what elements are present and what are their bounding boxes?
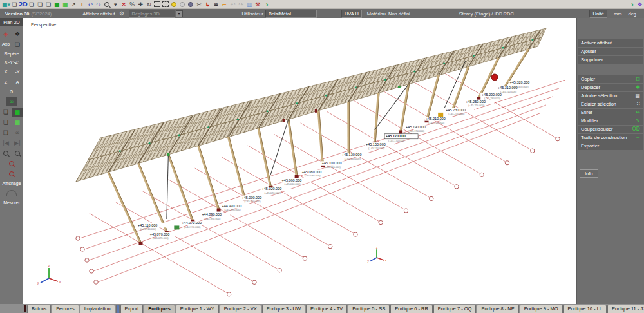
info-button[interactable]: Info [580,169,598,178]
storey-label[interactable]: Storey (Etage) / IFC RDC [459,11,514,17]
tabbar-lead-icon[interactable] [24,305,26,312]
move-tool[interactable]: ✚ [137,1,145,8]
menu-item-d-placer[interactable]: Déplacer✚ [578,84,643,91]
tab-portique-1-wy[interactable]: Portique 1 - WY [176,305,219,313]
tab-portique-6-rr[interactable]: Portique 6 - RR [390,305,433,313]
zoom-out-icon[interactable] [12,149,23,158]
view-2d-button[interactable]: 2D [19,1,28,8]
iso-view-1-icon[interactable]: ❏ [28,1,36,8]
menu-item-exporter[interactable]: Exporter [578,142,643,150]
step-back-icon[interactable]: |◀ [1,138,11,147]
tab-portique-11-jj[interactable]: Portique 11 - JJ [607,305,644,313]
axis-arrow-tool[interactable]: ↳ [204,1,212,8]
unit-deg[interactable]: deg [628,11,636,17]
select-crossing-tool[interactable] [162,1,170,8]
undo-button[interactable]: ↶ [229,1,237,8]
add-point-button[interactable]: + [78,1,86,8]
menu-item-traits-de-construction[interactable]: Traits de construction≡ [578,134,643,142]
attribute-toggle-icon[interactable]: ⚙ [118,10,126,17]
tab-portique-8-np[interactable]: Portique 8 - NP [477,305,518,313]
menu-item-eclater-s-lection[interactable]: Eclater sélection∷ [578,100,643,108]
unit-mm[interactable]: mm [614,11,622,17]
tab-portique-5-ss[interactable]: Portique 5 - SS [348,305,390,313]
cut-tool[interactable]: ✂ [195,1,204,8]
axis-x-button[interactable]: X [1,68,11,77]
tab-blue-marker[interactable] [116,305,120,313]
select-window-tool[interactable] [153,1,162,8]
shade-light-icon[interactable]: ■ [61,1,70,8]
wire-shield-icon[interactable]: ❖ [12,30,23,39]
links-icon[interactable]: ∞ [12,128,23,137]
new-doc-plus-icon[interactable]: ▥ [245,1,254,8]
light-on-toggle[interactable] [170,1,178,8]
shade-solid-icon[interactable]: ■ [53,1,61,8]
reglages-dropdown-arrow[interactable]: ▾ [176,10,183,17]
iso-view-3-icon[interactable]: ❏ [44,1,53,8]
axis-a-button[interactable]: A [12,78,23,87]
rotate-rect-icon[interactable]: ↪ [95,1,103,8]
menu-item-couper-souder[interactable]: Couper/souderOD [578,126,643,133]
axo-cube-icon[interactable]: ❏ [12,40,23,49]
zoom-dropdown[interactable] [103,1,111,8]
menu-item-modifier[interactable]: Modifier✎ [578,117,643,125]
tools-icon[interactable]: ⚒ [254,1,262,8]
reglages-3d-dropdown[interactable]: Réglages 3D [129,10,175,18]
orbit-cube-icon[interactable]: ❏ [10,1,19,8]
axis-z-button[interactable]: Z [1,78,11,87]
structure-3d-view[interactable]: +45.110.000(+45.110.000)+45.070.000(+45.… [23,18,576,304]
menu-item-joindre-s-lection[interactable]: Joindre sélection▦ [578,92,643,100]
gauge-icon[interactable] [6,189,17,198]
axis-neg-y-button[interactable]: -Y [12,68,23,77]
utilisateur-value[interactable]: Bois/Métal [265,10,317,18]
afficher-attribut-label[interactable]: Afficher attribut [82,11,115,17]
tab-implantation[interactable]: Implantation [80,305,115,313]
menu-item-etirer[interactable]: Etirer↔ [578,109,643,117]
zoom-selected-icon[interactable] [6,159,17,168]
hva-field[interactable]: HVA H [341,10,362,18]
tab-butons[interactable]: Butons [27,305,51,313]
light-spot-toggle[interactable] [187,1,195,8]
measure-diagonal-icon[interactable]: ↗ [70,1,78,8]
red-axis-icon[interactable]: ◈ [1,30,11,39]
export-door-icon[interactable]: ➔ [262,1,270,8]
tab-portique-4-tv[interactable]: Portique 4 - TV [306,305,347,313]
tab-ferrures[interactable]: Ferrures [52,305,79,313]
tab-portique-9-mo[interactable]: Portique 9 - MO [520,305,563,313]
tab-portique-7-oq[interactable]: Portique 7 - OQ [433,305,477,313]
tab-portique-10-ll[interactable]: Portique 10 - LL [564,305,607,313]
puzzle-purple-icon[interactable]: ❖ [636,1,644,8]
zoom-in-icon[interactable] [1,149,11,158]
render-style-dropdown[interactable]: ■▾ [2,1,10,8]
menu-item-ajouter[interactable]: Ajouter [578,48,643,55]
menu-item-activer-attribut[interactable]: Activer attribut [578,39,643,47]
snap-percent-icon[interactable]: % [128,1,137,8]
rotate-tool[interactable]: ↻ [145,1,153,8]
tab-export[interactable]: Export [120,305,144,313]
rotate-left-icon[interactable]: ↩ [86,1,95,8]
tab-portique-3-uw[interactable]: Portique 3 - UW [262,305,305,313]
forward-green-icon[interactable]: ➔ [627,1,636,8]
tab-portiques[interactable]: Portiques [144,305,175,313]
solid-green-cube-icon[interactable]: ■ [12,108,23,117]
axo-button[interactable]: Axo [1,40,11,49]
menu-item-supprimer[interactable]: Supprimer [578,56,643,64]
zoom-previous-icon[interactable] [6,169,17,178]
wire-cube-icon-2[interactable]: ❏ [1,118,11,127]
materiau-value[interactable]: Non défini [388,11,410,17]
corner-tool-icon[interactable]: ⌐ [220,1,229,8]
shaded-green-cube-icon[interactable]: ■ [12,118,23,127]
tab-portique-2-vx[interactable]: Portique 2 - VX [220,305,261,313]
zoom-dd-arrow[interactable]: ▾ [111,1,120,8]
light-off-toggle[interactable] [178,1,187,8]
iso-view-2-icon[interactable]: ❏ [36,1,44,8]
delete-button[interactable]: ✕ [120,1,128,8]
redo-button[interactable]: ↷ [237,1,245,8]
menu-item-copier[interactable]: Copier⊞ [578,75,643,83]
binoculars-search-icon[interactable]: ∞ [212,1,220,8]
stereo-glasses-icon[interactable]: ∞ [6,97,17,106]
wire-cube-icon-3[interactable]: ❏ [1,128,11,137]
viewport-3d[interactable]: +45.110.000(+45.110.000)+45.070.000(+45.… [23,18,576,304]
step-forward-icon[interactable]: ▶| [12,138,23,147]
wire-cube-icon[interactable]: ❏ [1,108,11,117]
tab-plan-2d[interactable]: Plan-2D [0,18,23,26]
